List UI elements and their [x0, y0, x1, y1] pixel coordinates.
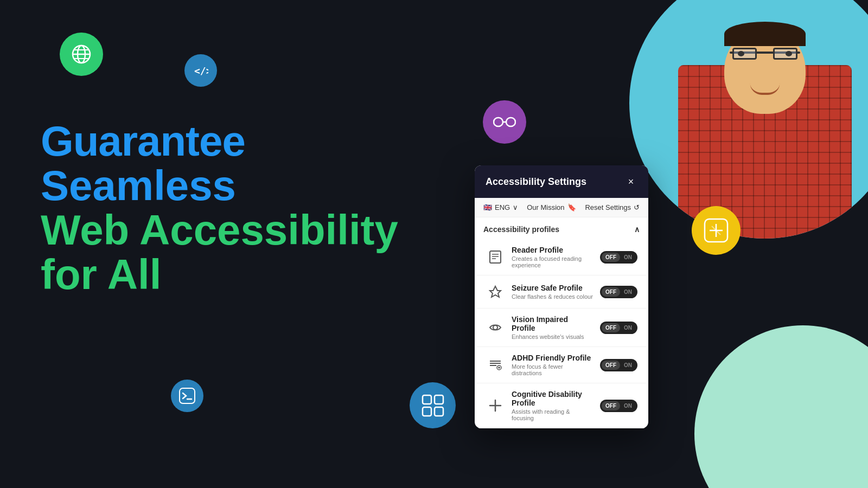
- vision-profile-item: Vision Impaired Profile Enhances website…: [477, 309, 646, 347]
- cognitive-profile-icon: [486, 396, 505, 415]
- reset-text: Reset Settings: [585, 203, 631, 211]
- panel-title: Accessibility Settings: [486, 176, 586, 188]
- hero-text-block: Guarantee Seamless Web Accessibility for…: [41, 119, 398, 297]
- svg-rect-6: [494, 118, 503, 126]
- svg-rect-7: [506, 118, 515, 126]
- reader-profile-icon: [486, 247, 505, 267]
- panel-header: Accessibility Settings ×: [475, 165, 648, 198]
- mission-text: Our Mission: [527, 203, 564, 211]
- svg-rect-16: [435, 407, 443, 416]
- svg-rect-11: [180, 388, 195, 403]
- hero-line-2: Seamless: [41, 164, 398, 208]
- toggle-off-label: OFF: [602, 361, 620, 370]
- cognitive-profile-info: Cognitive Disability Profile Assists wit…: [512, 390, 593, 421]
- adhd-profile-desc: More focus & fewer distractions: [512, 363, 593, 376]
- profiles-list: Reader Profile Creates a focused reading…: [475, 239, 648, 428]
- svg-rect-20: [490, 251, 501, 263]
- adhd-profile-info: ADHD Friendly Profile More focus & fewer…: [512, 354, 593, 376]
- toggle-on-label: ON: [620, 323, 636, 332]
- vision-profile-name: Vision Impaired Profile: [512, 315, 593, 332]
- toggle-off-label: OFF: [602, 401, 620, 410]
- seizure-profile-info: Seizure Safe Profile Clear flashes & red…: [512, 284, 593, 300]
- collapse-icon[interactable]: ∧: [634, 225, 640, 234]
- cognitive-profile-item: Cognitive Disability Profile Assists wit…: [477, 383, 646, 428]
- adhd-profile-icon: [486, 355, 505, 375]
- reset-settings-button[interactable]: Reset Settings ↺: [585, 203, 640, 211]
- toggle-on-label: ON: [620, 287, 636, 297]
- yellow-accessibility-icon: [692, 206, 741, 255]
- svg-rect-14: [435, 395, 443, 404]
- toggle-on-label: ON: [620, 361, 636, 370]
- toggle-off-label: OFF: [602, 253, 620, 262]
- vision-profile-desc: Enhances website's visuals: [512, 333, 593, 340]
- bookmark-icon: 🔖: [567, 203, 576, 211]
- svg-point-24: [493, 325, 497, 330]
- svg-rect-13: [423, 395, 431, 404]
- seizure-profile-icon: [486, 282, 505, 301]
- cognitive-profile-desc: Assists with reading & focusing: [512, 408, 593, 421]
- toggle-off-label: OFF: [602, 323, 620, 332]
- accessibility-panel: Accessibility Settings × 🇬🇧 ENG ∨ Our Mi…: [475, 165, 648, 428]
- close-button[interactable]: ×: [624, 175, 637, 188]
- lang-text: ENG: [495, 203, 510, 211]
- cognitive-profile-toggle[interactable]: OFF ON: [600, 400, 637, 412]
- section-header: Accessibility profiles ∧: [475, 217, 648, 239]
- chevron-down-icon: ∨: [513, 203, 518, 211]
- reader-profile-info: Reader Profile Creates a focused reading…: [512, 246, 593, 268]
- toggle-on-label: ON: [620, 401, 636, 410]
- adhd-profile-item: ADHD Friendly Profile More focus & fewer…: [477, 347, 646, 383]
- svg-rect-15: [423, 407, 431, 416]
- vision-profile-toggle[interactable]: OFF ON: [600, 322, 637, 334]
- terminal-icon: [171, 380, 203, 412]
- widget-icon: [410, 382, 456, 428]
- reader-profile-desc: Creates a focused reading experience: [512, 255, 593, 268]
- glasses-icon: [483, 100, 526, 144]
- vision-profile-icon: [486, 318, 505, 337]
- toggle-off-label: OFF: [602, 287, 620, 297]
- seizure-profile-desc: Clear flashes & reduces colour: [512, 293, 593, 300]
- photo-circle: [629, 0, 868, 239]
- vision-profile-info: Vision Impaired Profile Enhances website…: [512, 315, 593, 340]
- hero-line-4: for All: [41, 253, 398, 297]
- reader-profile-toggle[interactable]: OFF ON: [600, 251, 637, 264]
- our-mission-button[interactable]: Our Mission 🔖: [527, 203, 576, 211]
- refresh-icon: ↺: [634, 203, 640, 211]
- panel-toolbar: 🇬🇧 ENG ∨ Our Mission 🔖 Reset Settings ↺: [475, 198, 648, 217]
- seizure-profile-toggle[interactable]: OFF ON: [600, 286, 637, 298]
- code-icon: </>: [184, 54, 217, 87]
- flag-icon: 🇬🇧: [483, 203, 492, 211]
- adhd-profile-name: ADHD Friendly Profile: [512, 354, 593, 362]
- reader-profile-name: Reader Profile: [512, 246, 593, 254]
- hero-line-1: Guarantee: [41, 119, 398, 164]
- language-selector[interactable]: 🇬🇧 ENG ∨: [483, 203, 518, 211]
- seizure-profile-name: Seizure Safe Profile: [512, 284, 593, 292]
- hero-line-3: Web Accessibility: [41, 208, 398, 253]
- cognitive-profile-name: Cognitive Disability Profile: [512, 390, 593, 407]
- section-label: Accessibility profiles: [483, 225, 559, 234]
- globe-icon: [60, 33, 103, 76]
- seizure-profile-item: Seizure Safe Profile Clear flashes & red…: [477, 275, 646, 309]
- svg-text:</>: </>: [194, 65, 208, 76]
- adhd-profile-toggle[interactable]: OFF ON: [600, 359, 637, 371]
- reader-profile-item: Reader Profile Creates a focused reading…: [477, 239, 646, 275]
- toggle-on-label: ON: [620, 253, 636, 262]
